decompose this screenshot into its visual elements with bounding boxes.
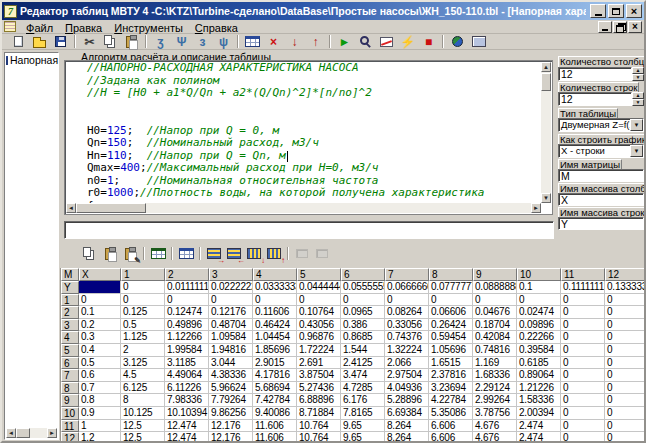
data-cell[interactable]: 1.6515 bbox=[429, 357, 473, 370]
data-cell[interactable]: 0.8685 bbox=[341, 331, 385, 344]
data-cell[interactable]: 0 bbox=[605, 407, 646, 420]
column-header[interactable]: 8 bbox=[429, 268, 473, 281]
data-cell[interactable]: 0 bbox=[605, 344, 646, 357]
data-cell[interactable]: 0.74376 bbox=[385, 331, 429, 344]
data-cell[interactable]: 5.35086 bbox=[429, 407, 473, 420]
corner-cell[interactable]: M bbox=[61, 268, 79, 281]
data-cell[interactable]: 12.5 bbox=[121, 420, 165, 433]
columns-array-input[interactable] bbox=[558, 193, 644, 206]
data-cell[interactable]: 1.32224 bbox=[385, 344, 429, 357]
rows-count-input[interactable] bbox=[558, 92, 632, 106]
data-cell[interactable]: 0 bbox=[561, 319, 605, 332]
x-value-cell[interactable]: 0.6 bbox=[79, 369, 121, 382]
columns-count-input[interactable] bbox=[558, 67, 632, 81]
row-header[interactable]: 3 bbox=[61, 319, 79, 332]
data-cell[interactable]: 8.264 bbox=[385, 432, 429, 443]
data-cell[interactable]: 2.474 bbox=[517, 432, 561, 443]
data-cell[interactable]: 0.12176 bbox=[209, 306, 253, 319]
data-cell[interactable]: 2.00394 bbox=[517, 407, 561, 420]
selected-cell[interactable] bbox=[79, 281, 121, 294]
data-cell[interactable]: 11.606 bbox=[253, 420, 297, 433]
data-cell[interactable]: 10.764 bbox=[297, 432, 341, 443]
data-cell[interactable]: 0.48704 bbox=[209, 319, 253, 332]
running-man-icon[interactable]: ⚡ bbox=[397, 34, 418, 49]
data-cell[interactable]: 0.09896 bbox=[517, 319, 561, 332]
y-value-cell[interactable]: 0.06666666 bbox=[385, 281, 429, 294]
data-cell[interactable]: 0.74816 bbox=[473, 344, 517, 357]
data-cell[interactable]: 6.606 bbox=[429, 420, 473, 433]
data-cell[interactable]: 1.169 bbox=[473, 357, 517, 370]
scrollbar-track[interactable] bbox=[541, 72, 551, 193]
scrollbar-thumb[interactable] bbox=[16, 428, 30, 438]
sheet-list-hscrollbar[interactable]: ◄ ► bbox=[6, 428, 57, 438]
data-cell[interactable]: 6.69384 bbox=[385, 407, 429, 420]
row-header[interactable]: 10 bbox=[61, 407, 79, 420]
data-cell[interactable]: 1.09584 bbox=[209, 331, 253, 344]
data-cell[interactable]: 0 bbox=[561, 407, 605, 420]
data-cell[interactable]: 0 bbox=[605, 432, 646, 443]
x-value-cell[interactable]: 0.9 bbox=[79, 407, 121, 420]
insert-col-icon[interactable]: ↓ bbox=[244, 245, 264, 263]
move-down-icon[interactable]: ↓ bbox=[284, 34, 305, 49]
show-table-icon[interactable] bbox=[148, 245, 168, 263]
data-cell[interactable]: 5.96624 bbox=[209, 382, 253, 395]
close-button[interactable]: × bbox=[626, 4, 642, 18]
row-header[interactable]: 9 bbox=[61, 394, 79, 407]
data-cell[interactable]: 1.12266 bbox=[165, 331, 209, 344]
y-value-cell[interactable]: 0.02222222 bbox=[209, 281, 253, 294]
table-icon[interactable] bbox=[242, 34, 263, 49]
data-cell[interactable]: 2.97504 bbox=[385, 369, 429, 382]
row-header[interactable]: 7 bbox=[61, 369, 79, 382]
y-value-cell[interactable]: 0.13333333 bbox=[605, 281, 646, 294]
data-cell[interactable]: 0.04676 bbox=[473, 306, 517, 319]
data-cell[interactable]: 1.125 bbox=[121, 331, 165, 344]
data-cell[interactable]: 9.40086 bbox=[253, 407, 297, 420]
data-cell[interactable]: 0 bbox=[561, 331, 605, 344]
menu-tools[interactable]: Инструменты bbox=[108, 22, 189, 35]
delete-row-icon[interactable]: ← bbox=[224, 245, 244, 263]
editor-hscrollbar[interactable]: ◄ ► bbox=[66, 203, 541, 213]
data-cell[interactable]: 0.11606 bbox=[253, 306, 297, 319]
plot-icon[interactable] bbox=[376, 34, 397, 49]
delete-icon[interactable]: × bbox=[263, 34, 284, 49]
scroll-right-icon[interactable]: ► bbox=[531, 203, 541, 213]
data-cell[interactable]: 6.606 bbox=[429, 432, 473, 443]
spin-up-icon[interactable]: ▲ bbox=[632, 92, 644, 99]
column-header[interactable]: 4 bbox=[253, 268, 297, 281]
data-cell[interactable]: 0.22266 bbox=[517, 331, 561, 344]
data-cell[interactable]: 0 bbox=[605, 319, 646, 332]
scrollbar-track[interactable] bbox=[76, 203, 531, 213]
data-cell[interactable]: 6.125 bbox=[121, 382, 165, 395]
x-value-cell[interactable]: 0.2 bbox=[79, 319, 121, 332]
cut-icon[interactable]: ✂ bbox=[79, 34, 100, 49]
row-header-y[interactable]: Y bbox=[61, 281, 79, 294]
scroll-right-icon[interactable]: ► bbox=[47, 428, 57, 438]
join-icon[interactable]: ɜ bbox=[192, 34, 213, 49]
data-cell[interactable]: 0.89064 bbox=[517, 369, 561, 382]
data-cell[interactable]: 0 bbox=[209, 294, 253, 307]
editor-vscrollbar[interactable]: ▲ ▼ bbox=[541, 62, 551, 203]
save-file-icon[interactable] bbox=[50, 34, 71, 49]
x-value-cell[interactable]: 0.4 bbox=[79, 344, 121, 357]
data-cell[interactable]: 0.10764 bbox=[297, 306, 341, 319]
data-cell[interactable]: 1.99584 bbox=[165, 344, 209, 357]
data-cell[interactable]: 2.9015 bbox=[253, 357, 297, 370]
data-cell[interactable]: 6.176 bbox=[341, 394, 385, 407]
data-cell[interactable]: 12.176 bbox=[209, 432, 253, 443]
x-value-cell[interactable]: 0.7 bbox=[79, 382, 121, 395]
data-cell[interactable]: 0.18704 bbox=[473, 319, 517, 332]
data-cell[interactable]: 4.49064 bbox=[165, 369, 209, 382]
x-value-cell[interactable]: 1 bbox=[79, 420, 121, 433]
image-icon[interactable] bbox=[468, 34, 489, 49]
data-cell[interactable]: 0.39584 bbox=[517, 344, 561, 357]
data-cell[interactable]: 0.06606 bbox=[429, 306, 473, 319]
matrix-name-input[interactable] bbox=[558, 169, 644, 182]
data-cell[interactable]: 0.5 bbox=[121, 319, 165, 332]
data-cell[interactable]: 0.386 bbox=[341, 319, 385, 332]
data-cell[interactable]: 0.6185 bbox=[517, 357, 561, 370]
data-cell[interactable]: 1.72224 bbox=[297, 344, 341, 357]
row-header[interactable]: 11 bbox=[61, 420, 79, 433]
row-header[interactable]: 12 bbox=[61, 432, 79, 443]
y-value-cell[interactable]: 0 bbox=[121, 281, 165, 294]
sheet-list[interactable]: Напорная ◄ ► bbox=[4, 52, 59, 440]
